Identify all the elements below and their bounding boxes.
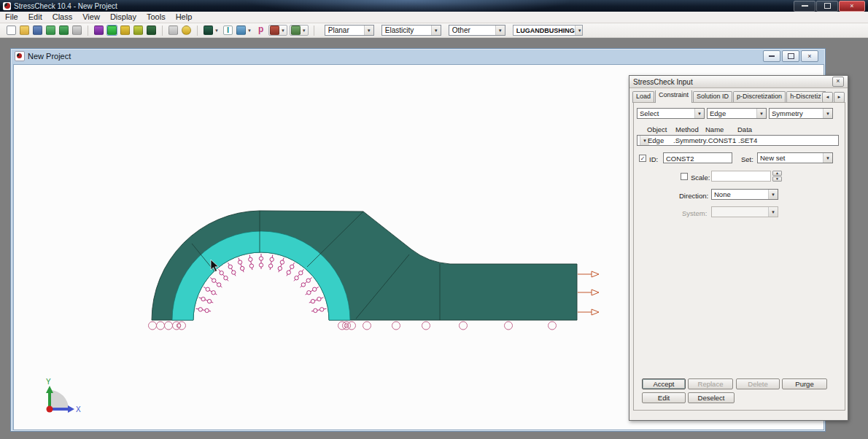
spinner-down-button[interactable]: ▼: [772, 176, 782, 182]
points-class-button[interactable]: [93, 25, 104, 36]
key-button[interactable]: [181, 25, 192, 36]
symmetry-constraint-symbol[interactable]: [287, 263, 295, 276]
dialog-titlebar[interactable]: StressCheck Input ×: [629, 76, 848, 88]
dropdown-arrow-icon[interactable]: ▼: [301, 28, 307, 33]
selector-edge[interactable]: Edge▼: [707, 108, 767, 119]
symmetry-constraint-symbol[interactable]: [195, 308, 211, 313]
open-folder-button[interactable]: [19, 25, 30, 36]
dropdown-arrow-icon[interactable]: ▼: [768, 190, 778, 199]
mdi-minimize-button[interactable]: [763, 50, 780, 62]
select-theory[interactable]: Elasticity▼: [381, 25, 441, 36]
roller-constraint[interactable]: [505, 322, 513, 330]
snap-combo-button[interactable]: ▼: [290, 25, 309, 36]
menu-class[interactable]: Class: [47, 12, 78, 23]
dropdown-arrow-icon[interactable]: ▼: [756, 109, 766, 118]
load-arrow[interactable]: [578, 271, 599, 277]
tab-scroll-right-button[interactable]: ►: [834, 92, 845, 103]
close-button[interactable]: ×: [839, 1, 865, 12]
symmetry-constraint-symbol[interactable]: [198, 297, 213, 303]
symmetry-constraint-symbol[interactable]: [278, 257, 284, 272]
menu-view[interactable]: View: [77, 12, 105, 23]
layer-swatch-button[interactable]: ▼: [236, 25, 253, 36]
selector-select[interactable]: Select▼: [637, 108, 705, 119]
menu-file[interactable]: File: [0, 12, 23, 23]
p-order-button[interactable]: [255, 25, 266, 36]
select-method[interactable]: Other▼: [449, 25, 505, 36]
minimize-button[interactable]: [794, 1, 815, 12]
spinner-up-button[interactable]: ▲: [772, 171, 782, 176]
menu-display[interactable]: Display: [105, 12, 142, 23]
id-input[interactable]: CONST2: [663, 152, 732, 163]
roller-constraint[interactable]: [549, 322, 557, 330]
save-button[interactable]: [32, 25, 43, 36]
accept-button[interactable]: Accept: [642, 378, 686, 389]
dropdown-arrow-icon[interactable]: ▼: [823, 109, 832, 118]
replace-button[interactable]: Replace: [688, 378, 733, 389]
edit-button[interactable]: Edit: [642, 392, 686, 403]
app-titlebar[interactable]: StressCheck 10.4 - New Project ×: [0, 0, 868, 12]
dropdown-arrow-icon[interactable]: ▼: [495, 26, 505, 35]
id-checkbox[interactable]: ✓: [639, 155, 646, 162]
dialog-close-button[interactable]: ×: [832, 77, 844, 87]
tab-h-discretization[interactable]: h-Discretization: [786, 91, 826, 103]
symmetry-constraint-symbol[interactable]: [309, 297, 324, 303]
roller-constraint[interactable]: [422, 322, 430, 330]
select-part[interactable]: LUGANDBUSHING▼: [513, 25, 583, 36]
dropdown-arrow-icon[interactable]: ▼: [575, 26, 583, 35]
dropdown-arrow-icon[interactable]: ▼: [694, 109, 704, 118]
view-combo-button[interactable]: ▼: [268, 25, 287, 36]
symmetry-constraint-symbol[interactable]: [249, 255, 254, 270]
delete-button[interactable]: Delete: [736, 378, 780, 389]
mdi-titlebar[interactable]: New Project ×: [11, 49, 825, 63]
set-dropdown[interactable]: New set ▼: [757, 152, 833, 163]
tab-scroll-left-button[interactable]: ◄: [822, 92, 833, 103]
new-file-button[interactable]: [6, 25, 17, 36]
dropdown-arrow-icon[interactable]: ▼: [247, 28, 252, 33]
select-reference-type[interactable]: Planar▼: [325, 25, 374, 36]
roller-constraint[interactable]: [165, 322, 173, 330]
roller-constraint[interactable]: [392, 322, 400, 330]
menu-edit[interactable]: Edit: [23, 12, 47, 23]
constraint-record-dropdown[interactable]: ▼ Edge.Symmetry.CONST1.SET4: [637, 135, 839, 146]
menu-help[interactable]: Help: [171, 12, 198, 23]
surfaces-class-button[interactable]: [120, 25, 131, 36]
direction-dropdown[interactable]: None ▼: [711, 189, 778, 200]
menu-tools[interactable]: Tools: [142, 12, 171, 23]
mdi-restore-button[interactable]: [782, 50, 799, 62]
import-model-button[interactable]: [45, 25, 56, 36]
dropdown-arrow-icon[interactable]: ▼: [364, 26, 373, 35]
symmetry-constraint-symbol[interactable]: [204, 287, 217, 295]
mdi-close-button[interactable]: ×: [801, 50, 818, 62]
dropdown-arrow-icon[interactable]: ▼: [823, 153, 832, 163]
purge-button[interactable]: Purge: [782, 378, 827, 389]
solids-class-button[interactable]: [146, 25, 157, 36]
paste-button[interactable]: [168, 25, 179, 36]
roller-constraint[interactable]: [460, 322, 468, 330]
symmetry-constraint-symbol[interactable]: [301, 278, 312, 287]
roller-constraint[interactable]: [157, 322, 165, 330]
deselect-button[interactable]: Deselect: [688, 392, 735, 403]
selector-symmetry[interactable]: Symmetry▼: [769, 108, 833, 119]
symmetry-constraint-symbol[interactable]: [306, 287, 319, 295]
color-swatch-button[interactable]: ▼: [203, 25, 220, 36]
tab-constraint[interactable]: Constraint: [655, 90, 692, 103]
symmetry-constraint-symbol[interactable]: [294, 269, 303, 281]
tab-p-discretization[interactable]: p-Discretization: [733, 91, 786, 103]
snapshot-button[interactable]: [71, 25, 82, 36]
roller-constraint[interactable]: [149, 322, 157, 330]
text-beam-button[interactable]: [222, 25, 233, 36]
regions-class-button[interactable]: [133, 25, 144, 36]
roller-constraint[interactable]: [178, 322, 186, 330]
dropdown-arrow-icon[interactable]: ▼: [280, 28, 286, 33]
load-arrow[interactable]: [578, 309, 599, 315]
dropdown-arrow-icon[interactable]: ▼: [214, 28, 220, 33]
symmetry-constraint-symbol[interactable]: [228, 263, 236, 276]
symmetry-constraint-symbol[interactable]: [238, 257, 244, 272]
symmetry-constraint-symbol[interactable]: [259, 254, 263, 269]
symmetry-constraint-symbol[interactable]: [311, 308, 327, 313]
load-arrow[interactable]: [578, 290, 599, 295]
tab-load[interactable]: Load: [632, 91, 654, 103]
dropdown-arrow-icon[interactable]: ▼: [431, 26, 441, 35]
curves-class-button[interactable]: [106, 25, 117, 36]
scale-checkbox[interactable]: [681, 173, 688, 180]
